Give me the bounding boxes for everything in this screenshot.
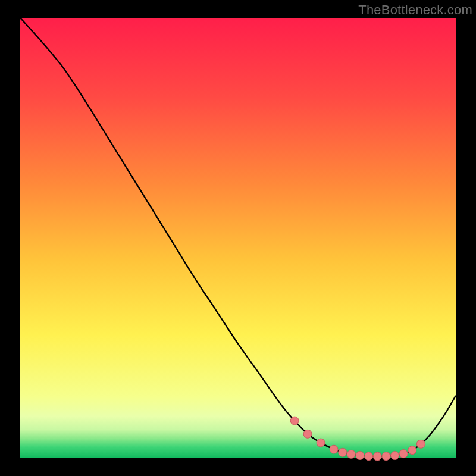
bottleneck-chart bbox=[0, 0, 476, 476]
chart-frame: TheBottleneck.com bbox=[0, 0, 476, 476]
curve-marker bbox=[290, 416, 299, 425]
curve-marker bbox=[339, 448, 347, 456]
curve-marker bbox=[416, 440, 425, 448]
curve-marker bbox=[365, 452, 373, 461]
curve-marker bbox=[391, 452, 399, 460]
curve-marker bbox=[399, 450, 408, 458]
curve-marker bbox=[303, 430, 312, 438]
curve-marker bbox=[373, 452, 381, 461]
curve-marker bbox=[317, 439, 325, 447]
curve-marker bbox=[356, 452, 364, 460]
watermark-text: TheBottleneck.com bbox=[358, 2, 472, 18]
curve-marker bbox=[347, 450, 355, 458]
plot-background bbox=[20, 18, 456, 458]
curve-marker bbox=[382, 452, 390, 461]
curve-marker bbox=[330, 445, 338, 453]
curve-marker bbox=[408, 446, 416, 455]
